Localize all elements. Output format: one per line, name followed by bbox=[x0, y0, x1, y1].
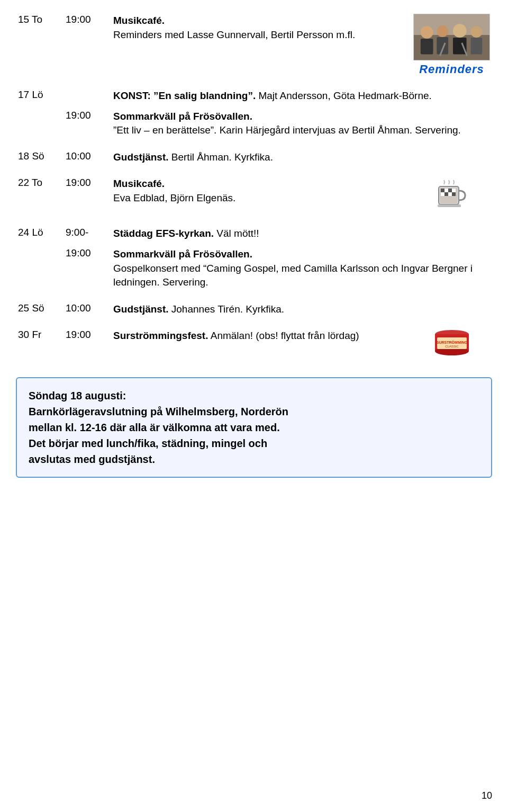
event-time-8: 10:00 bbox=[64, 293, 111, 320]
event-desc-7: Sommarkväll på Frösövallen. Gospelkonser… bbox=[111, 244, 492, 293]
event-row-1: 15 To 19:00 Musikcafé. Reminders med Las… bbox=[16, 11, 492, 79]
event-time-2 bbox=[64, 79, 111, 106]
event-row-6: 24 Lö 9:00- Städdag EFS-kyrkan. Väl mött… bbox=[16, 217, 492, 244]
event-title-3: Sommarkväll på Frösövallen. bbox=[113, 111, 252, 122]
event-time-5: 19:00 bbox=[64, 167, 111, 217]
svg-rect-7 bbox=[453, 38, 467, 55]
svg-point-6 bbox=[453, 24, 467, 38]
event-time-3: 19:00 bbox=[64, 106, 111, 141]
svg-rect-20 bbox=[452, 189, 456, 192]
event-row-2: 17 Lö KONST: ”En salig blandning”. Majt … bbox=[16, 79, 492, 106]
svg-point-4 bbox=[437, 25, 448, 37]
band-photo bbox=[413, 14, 490, 60]
highlight-line4: avslutas med gudstjänst. bbox=[29, 453, 155, 465]
event-text-2: Majt Andersson, Göta Hedmark-Börne. bbox=[258, 90, 431, 101]
svg-rect-18 bbox=[448, 189, 452, 192]
svg-rect-15 bbox=[444, 189, 448, 192]
highlight-text: Söndag 18 augusti: Barnkörlägeravslutnin… bbox=[29, 388, 479, 467]
svg-rect-19 bbox=[448, 192, 452, 196]
event-title-2: KONST: ”En salig blandning”. bbox=[113, 90, 256, 101]
event-time-7: 19:00 bbox=[64, 244, 111, 293]
event-title-7: Sommarkväll på Frösövallen. bbox=[113, 248, 252, 260]
event-time-4: 10:00 bbox=[64, 141, 111, 168]
event-desc-9: Surströmmingsfest. Anmälan! (obs! flytta… bbox=[111, 319, 411, 362]
event-day-7 bbox=[16, 244, 64, 293]
event-text-5: Eva Edblad, Björn Elgenäs. bbox=[113, 192, 235, 203]
highlight-heading: Söndag 18 augusti: bbox=[29, 390, 126, 401]
svg-rect-5 bbox=[437, 37, 448, 55]
event-title-4: Gudstjänst. bbox=[113, 151, 169, 163]
event-day-6: 24 Lö bbox=[16, 217, 64, 244]
event-row-8: 25 Sö 10:00 Gudstjänst. Johannes Tirén. … bbox=[16, 293, 492, 320]
highlight-line2: mellan kl. 12-16 där alla är välkomna at… bbox=[29, 422, 280, 433]
event-row-7: 19:00 Sommarkväll på Frösövallen. Gospel… bbox=[16, 244, 492, 293]
event-desc-3: Sommarkväll på Frösövallen. ”Ett liv – e… bbox=[111, 106, 492, 141]
svg-point-8 bbox=[470, 26, 482, 38]
event-title-5: Musikcafé. bbox=[113, 178, 165, 189]
event-text-3: ”Ett liv – en berättelse”. Karin Härjegå… bbox=[113, 124, 461, 136]
event-image-9: SURSTRÖMMING CLASSIC bbox=[411, 319, 492, 362]
event-text-6: Väl mött!! bbox=[216, 228, 259, 239]
svg-point-2 bbox=[421, 26, 433, 39]
event-image-1: Reminders bbox=[411, 11, 492, 79]
event-row-4: 18 Sö 10:00 Gudstjänst. Bertil Åhman. Ky… bbox=[16, 141, 492, 168]
event-desc-4: Gudstjänst. Bertil Åhman. Kyrkfika. bbox=[111, 141, 492, 168]
event-image-5 bbox=[411, 167, 492, 217]
reminders-logo: Reminders bbox=[419, 63, 484, 76]
event-row-9: 30 Fr 19:00 Surströmmingsfest. Anmälan! … bbox=[16, 319, 492, 362]
event-time-9: 19:00 bbox=[64, 319, 111, 362]
event-title-1: Musikcafé. bbox=[113, 15, 165, 26]
event-desc-2: KONST: ”En salig blandning”. Majt Anders… bbox=[111, 79, 492, 106]
event-title-9: Surströmmingsfest. bbox=[113, 330, 208, 341]
highlight-line1: Barnkörlägeravslutning på Wilhelmsberg, … bbox=[29, 406, 288, 417]
svg-rect-3 bbox=[421, 39, 433, 55]
event-day-9: 30 Fr bbox=[16, 319, 64, 362]
highlight-box: Söndag 18 augusti: Barnkörlägeravslutnin… bbox=[16, 377, 492, 478]
svg-rect-22 bbox=[438, 204, 461, 207]
highlight-line3: Det börjar med lunch/fika, städning, min… bbox=[29, 438, 267, 449]
event-text-9: Anmälan! (obs! flyttat från lördag) bbox=[211, 330, 359, 341]
event-row-3: 19:00 Sommarkväll på Frösövallen. ”Ett l… bbox=[16, 106, 492, 141]
event-day-1: 15 To bbox=[16, 11, 64, 79]
event-time-1: 19:00 bbox=[64, 11, 111, 79]
surströmming-can-icon: SURSTRÖMMING CLASSIC bbox=[434, 329, 470, 356]
event-title-8: Gudstjänst. bbox=[113, 304, 169, 315]
event-day-2: 17 Lö bbox=[16, 79, 64, 106]
event-text-4: Bertil Åhman. Kyrkfika. bbox=[171, 151, 273, 163]
band-photo-svg bbox=[414, 14, 489, 60]
svg-rect-21 bbox=[452, 192, 456, 196]
svg-rect-16 bbox=[441, 192, 444, 196]
svg-rect-9 bbox=[470, 38, 482, 55]
event-text-7: Gospelkonsert med “Caming Gospel, med Ca… bbox=[113, 263, 473, 288]
event-desc-1: Musikcafé. Reminders med Lasse Gunnerval… bbox=[111, 11, 411, 79]
event-time-6: 9:00- bbox=[64, 217, 111, 244]
event-day-5: 22 To bbox=[16, 167, 64, 217]
event-desc-8: Gudstjänst. Johannes Tirén. Kyrkfika. bbox=[111, 293, 492, 320]
event-day-4: 18 Sö bbox=[16, 141, 64, 168]
event-desc-5: Musikcafé. Eva Edblad, Björn Elgenäs. bbox=[111, 167, 411, 217]
event-text-8: Johannes Tirén. Kyrkfika. bbox=[171, 304, 284, 315]
mug-icon-2 bbox=[434, 177, 469, 211]
page-number: 10 bbox=[482, 790, 492, 801]
event-desc-6: Städdag EFS-kyrkan. Väl mött!! bbox=[111, 217, 492, 244]
svg-text:SURSTRÖMMING: SURSTRÖMMING bbox=[436, 340, 467, 344]
event-text-1: Reminders med Lasse Gunnervall, Bertil P… bbox=[113, 29, 355, 40]
event-day-8: 25 Sö bbox=[16, 293, 64, 320]
event-day-3 bbox=[16, 106, 64, 141]
svg-text:CLASSIC: CLASSIC bbox=[445, 345, 459, 348]
svg-rect-14 bbox=[441, 189, 444, 192]
event-row-5: 22 To 19:00 Musikcafé. Eva Edblad, Björn… bbox=[16, 167, 492, 217]
event-title-6: Städdag EFS-kyrkan. bbox=[113, 228, 214, 239]
svg-rect-17 bbox=[444, 192, 448, 196]
